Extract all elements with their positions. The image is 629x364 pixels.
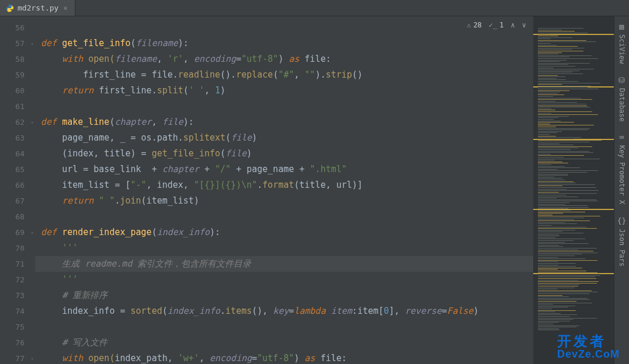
close-icon[interactable]: × — [62, 4, 68, 12]
fold-icon[interactable]: ▾ — [31, 36, 34, 51]
tool-label: Database — [618, 88, 626, 122]
code-line[interactable]: # 写入文件 — [35, 335, 533, 351]
code-line[interactable]: with open(filename, 'r', encoding="utf-8… — [35, 51, 533, 67]
main-area: 5657▾5859606162▾63646566676869▾707172737… — [0, 16, 629, 364]
tool-window-button[interactable]: {}Json Pars — [616, 211, 628, 272]
tool-icon: ▤ — [620, 22, 624, 31]
line-number: 60 — [0, 83, 35, 99]
typo-icon: ✓̲ — [489, 21, 497, 29]
tab-filename: md2rst.py — [18, 4, 58, 12]
tool-window-button[interactable]: ⌨Key Promoter X — [617, 127, 627, 210]
line-number: 70 — [0, 240, 35, 256]
code-line[interactable]: # 重新排序 — [35, 288, 533, 303]
line-number: 65 — [0, 162, 35, 177]
fold-icon[interactable]: ▾ — [31, 114, 34, 130]
code-line[interactable] — [35, 209, 533, 225]
code-line[interactable]: return first_line.split(' ', 1) — [35, 83, 533, 99]
line-number: 57▾ — [0, 36, 35, 51]
code-line[interactable]: with open(index_path, 'w+', encoding="ut… — [35, 351, 533, 364]
editor-tabs-bar: md2rst.py × — [0, 0, 629, 16]
code-line[interactable]: def render_index_page(index_info): — [35, 225, 533, 240]
code-line[interactable]: ''' — [35, 272, 533, 288]
tool-icon: {} — [617, 216, 627, 225]
tool-label: Json Pars — [618, 229, 626, 267]
code-line[interactable]: page_name, _ = os.path.splitext(file) — [35, 130, 533, 146]
code-line[interactable]: first_line = file.readline().replace("#"… — [35, 67, 533, 83]
code-line[interactable]: item_list = ["-", index, "[{}]({})\n".fo… — [35, 177, 533, 193]
tool-icon: ⌨ — [620, 133, 624, 142]
code-line[interactable]: index_info = sorted(index_info.items(), … — [35, 303, 533, 319]
line-number: 75 — [0, 319, 35, 335]
line-number: 61 — [0, 99, 35, 114]
minimap[interactable] — [533, 16, 614, 364]
code-line[interactable]: ''' — [35, 240, 533, 256]
fold-icon[interactable]: ▾ — [31, 225, 34, 240]
warning-icon: ⚠ — [467, 21, 471, 29]
tool-window-button[interactable]: ▤SciView — [617, 16, 627, 70]
line-number: 59 — [0, 67, 35, 83]
editor-tab[interactable]: md2rst.py × — [0, 0, 75, 16]
code-line[interactable] — [35, 99, 533, 114]
code-line[interactable]: def make_line(chapter, file): — [35, 114, 533, 130]
line-number: 63 — [0, 130, 35, 146]
inspection-bar: ⚠ 28 ✓̲ 1 ∧ ∨ — [467, 21, 526, 29]
editor-area: 5657▾5859606162▾63646566676869▾707172737… — [0, 16, 614, 364]
fold-icon[interactable]: ▾ — [31, 351, 34, 364]
next-highlight-icon[interactable]: ∨ — [522, 21, 526, 29]
line-number: 77▾ — [0, 351, 35, 364]
python-file-icon — [6, 4, 14, 12]
tool-label: Key Promoter X — [618, 145, 626, 204]
typos-indicator[interactable]: ✓̲ 1 — [489, 21, 504, 29]
code-line[interactable]: return " ".join(item_list) — [35, 193, 533, 209]
tool-label: SciView — [618, 34, 626, 64]
line-number: 66 — [0, 177, 35, 193]
line-number: 64 — [0, 146, 35, 162]
line-number: 69▾ — [0, 225, 35, 240]
code-line[interactable] — [35, 319, 533, 335]
code-line[interactable]: url = base_link + chapter + "/" + page_n… — [35, 162, 533, 177]
prev-highlight-icon[interactable]: ∧ — [511, 21, 515, 29]
line-number: 76 — [0, 335, 35, 351]
tool-icon: ⛁ — [618, 76, 625, 85]
tool-window-button[interactable]: ⛁Database — [617, 70, 627, 128]
line-number: 74 — [0, 303, 35, 319]
line-number: 62▾ — [0, 114, 35, 130]
gutter: 5657▾5859606162▾63646566676869▾707172737… — [0, 16, 35, 364]
line-number: 72 — [0, 272, 35, 288]
right-tool-strip: ▤SciView⛁Database⌨Key Promoter X{}Json P… — [614, 16, 629, 364]
line-number: 71 — [0, 256, 35, 272]
code-line[interactable]: def get_file_info(filename): — [35, 36, 533, 51]
code-line[interactable]: (index, title) = get_file_info(file) — [35, 146, 533, 162]
warnings-indicator[interactable]: ⚠ 28 — [467, 21, 482, 29]
code-line[interactable] — [35, 20, 533, 36]
line-number: 73 — [0, 288, 35, 303]
line-number: 56 — [0, 20, 35, 36]
code-area[interactable]: ⚠ 28 ✓̲ 1 ∧ ∨ def get_file_info(filename… — [35, 16, 533, 364]
line-number: 67 — [0, 193, 35, 209]
line-number: 58 — [0, 51, 35, 67]
code-line[interactable]: 生成 readme.md 索引文件，包含所有文件目录 — [35, 256, 533, 272]
line-number: 68 — [0, 209, 35, 225]
